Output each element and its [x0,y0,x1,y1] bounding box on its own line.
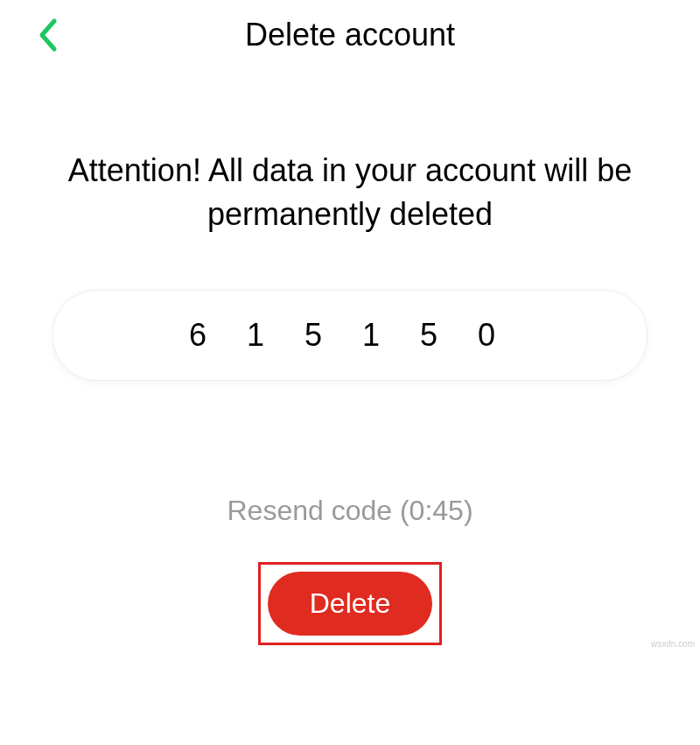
main-content: Attention! All data in your account will… [0,70,700,645]
verification-code-input[interactable]: 6 1 5 1 5 0 [52,290,648,381]
header: Delete account [0,0,700,70]
delete-button[interactable]: Delete [268,572,433,636]
watermark: wsxdn.com [651,639,695,649]
chevron-left-icon [35,18,60,53]
warning-message: Attention! All data in your account will… [52,149,648,237]
code-value: 6 1 5 1 5 0 [88,317,612,354]
page-title: Delete account [26,17,674,53]
delete-button-highlight: Delete [258,562,443,645]
back-button[interactable] [35,18,60,56]
resend-code-label: Resend code (0:45) [52,495,648,527]
